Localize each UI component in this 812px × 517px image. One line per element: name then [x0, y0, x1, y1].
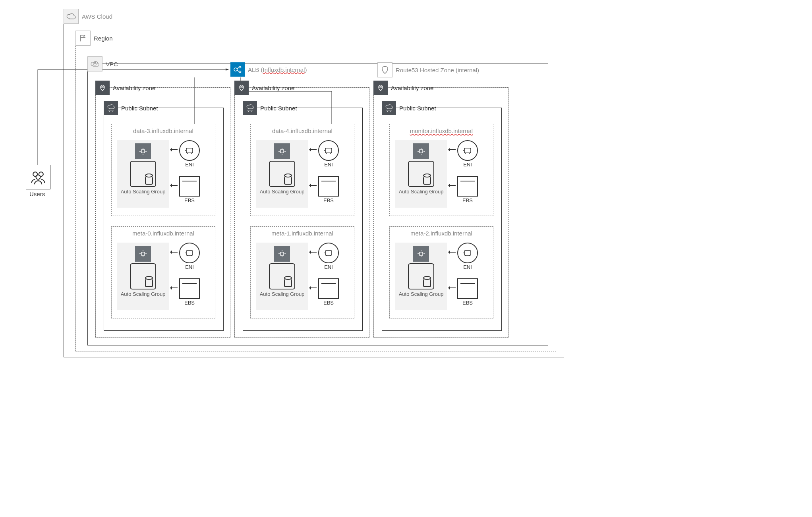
svg-rect-18 [420, 150, 423, 153]
autoscale-icon [274, 246, 290, 262]
svg-point-2 [36, 175, 41, 179]
ebs-icon [179, 278, 200, 299]
pin-icon [95, 81, 110, 95]
instance-icon [130, 263, 156, 289]
svg-point-12 [241, 86, 242, 88]
eni-icon [457, 243, 478, 263]
svg-rect-14 [325, 148, 332, 153]
eni-icon [179, 243, 200, 263]
ebs-icon [318, 278, 339, 299]
ebs-block: EBS [178, 176, 201, 203]
subnet-2: Public Subnet data-4.influxdb.internal A… [243, 108, 363, 331]
svg-rect-11 [186, 251, 193, 255]
node-monitor: monitor.influxdb.internal Auto Scaling G… [389, 124, 493, 216]
ebs-icon [318, 176, 339, 197]
subnet-3: Public Subnet monitor.influxdb.internal … [382, 108, 502, 331]
alb-icon [230, 62, 245, 77]
instance-icon [269, 263, 295, 289]
pin-icon [234, 81, 249, 95]
vpc-icon [87, 56, 102, 71]
route53-header: Route53 Hosted Zone (internal) [377, 62, 479, 77]
node-data-3: data-3.influxdb.internal Auto Scaling Gr… [111, 124, 215, 216]
users-label: Users [29, 191, 45, 197]
eni-icon [179, 140, 200, 161]
users-icon [26, 165, 50, 189]
instance-icon [269, 161, 295, 187]
asg-block: Auto Scaling Group [117, 140, 169, 208]
aws-cloud-label: AWS Cloud [79, 13, 112, 20]
autoscale-icon [135, 246, 151, 262]
shield-icon [377, 62, 392, 77]
node-meta-0: meta-0.influxdb.internal Auto Scaling Gr… [111, 226, 215, 318]
eni-block: ENI [178, 140, 201, 168]
cloud-icon [64, 9, 79, 24]
svg-point-4 [234, 68, 237, 71]
svg-point-7 [102, 86, 103, 88]
svg-rect-8 [141, 150, 145, 153]
pin-icon [373, 81, 388, 95]
subnet-icon [104, 101, 118, 115]
subnet-1: Public Subnet data-3.influxdb.internal A… [104, 108, 224, 331]
az-3: Availability zone Public Subnet monitor.… [373, 87, 508, 338]
autoscale-icon [135, 143, 151, 159]
node-meta-1: meta-1.influxdb.internal Auto Scaling Gr… [250, 226, 354, 318]
node-data-4: data-4.influxdb.internal Auto Scaling Gr… [250, 124, 354, 216]
alb-label: ALB (Influxdb.internal) [245, 66, 307, 73]
svg-rect-20 [420, 252, 423, 255]
alb-header: ALB (Influxdb.internal) [230, 62, 307, 77]
svg-rect-21 [464, 251, 471, 255]
vpc-label: VPC [102, 61, 118, 68]
svg-point-17 [380, 86, 381, 88]
instance-icon [130, 161, 156, 187]
eni-icon [457, 140, 478, 161]
subnet-icon [382, 101, 396, 115]
instance-icon [408, 263, 434, 289]
svg-rect-9 [186, 148, 193, 153]
eni-icon [318, 243, 339, 263]
autoscale-icon [413, 143, 429, 159]
route53-label: Route53 Hosted Zone (internal) [392, 67, 479, 73]
region-label: Region [91, 35, 113, 42]
node-meta-2: meta-2.influxdb.internal Auto Scaling Gr… [389, 226, 493, 318]
autoscale-icon [274, 143, 290, 159]
svg-rect-3 [94, 64, 96, 66]
instance-icon [408, 161, 434, 187]
az-2: Availability zone Public Subnet data-4.i… [234, 87, 369, 338]
az-1: Availability zone Public Subnet data-3.i… [95, 87, 230, 338]
ebs-icon [457, 176, 478, 197]
ebs-icon [457, 278, 478, 299]
svg-rect-19 [464, 148, 471, 153]
flag-icon [75, 31, 91, 46]
svg-rect-15 [280, 252, 284, 255]
subnet-icon [243, 101, 257, 115]
autoscale-icon [413, 246, 429, 262]
svg-rect-16 [325, 251, 332, 255]
eni-icon [318, 140, 339, 161]
ebs-icon [179, 176, 200, 197]
svg-rect-13 [280, 150, 284, 153]
svg-rect-10 [141, 252, 145, 255]
